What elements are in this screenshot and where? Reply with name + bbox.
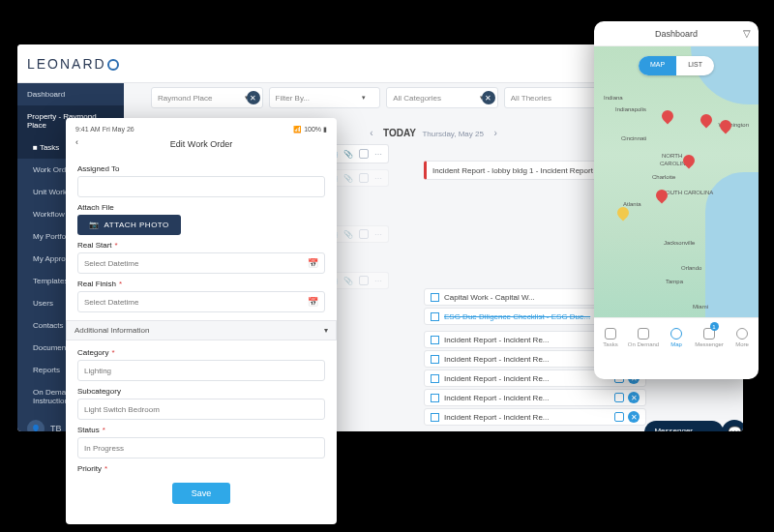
more-icon[interactable]: ⋯ bbox=[374, 150, 382, 159]
tab-more[interactable]: More bbox=[726, 318, 759, 356]
map-view[interactable]: MAP LIST Indiana Indianapolis Washington… bbox=[594, 46, 759, 317]
real-finish-input[interactable]: Select Datetime📅 bbox=[77, 291, 325, 312]
map-pin-icon[interactable] bbox=[662, 110, 673, 126]
status-input[interactable]: In Progress bbox=[77, 437, 325, 458]
camera-icon: 📷 bbox=[89, 221, 100, 229]
attachment-icon[interactable]: 📎 bbox=[343, 174, 353, 183]
map-label: SOUTH CAROLINA bbox=[662, 190, 713, 195]
calendar-icon[interactable]: 📅 bbox=[308, 297, 318, 307]
map-pin-icon[interactable] bbox=[700, 114, 712, 130]
filter-categories[interactable]: All Categories▾✕ bbox=[386, 87, 498, 108]
tab-tasks[interactable]: Tasks bbox=[594, 318, 627, 356]
clear-icon[interactable]: ✕ bbox=[247, 91, 260, 104]
phone-title: Dashboard bbox=[655, 29, 698, 39]
attachment-icon[interactable]: 📎 bbox=[343, 230, 353, 239]
more-icon bbox=[736, 328, 748, 340]
tasks-icon bbox=[605, 328, 616, 340]
tab-map[interactable]: Map bbox=[660, 318, 693, 356]
checkbox[interactable] bbox=[359, 229, 369, 239]
clear-icon[interactable]: ✕ bbox=[482, 91, 495, 104]
map-label: NORTH bbox=[662, 153, 682, 159]
doc-title: Incident Report - Incident Re... bbox=[444, 355, 550, 364]
open-icon[interactable] bbox=[614, 412, 624, 422]
filter-by[interactable]: Filter By...▾ bbox=[269, 87, 381, 108]
messenger-panel[interactable]: Messenger bbox=[644, 421, 724, 431]
phone-tabbar: Tasks On Demand Map Messenger1 More bbox=[594, 317, 759, 356]
toggle-map[interactable]: MAP bbox=[639, 56, 676, 75]
map-water bbox=[691, 46, 759, 104]
doc-title: Incident Report - Incident Re... bbox=[444, 413, 550, 422]
map-list-toggle[interactable]: MAP LIST bbox=[639, 56, 714, 75]
open-icon[interactable] bbox=[614, 393, 624, 402]
document-icon bbox=[431, 293, 439, 302]
filter-icon[interactable]: ▽ bbox=[743, 28, 751, 39]
label-subcategory: Subcategory bbox=[77, 387, 325, 396]
ondemand-icon bbox=[638, 328, 649, 340]
map-label: Miami bbox=[693, 304, 708, 310]
status-battery: 📶 100% ▮ bbox=[293, 126, 327, 133]
delete-icon[interactable]: ✕ bbox=[628, 411, 640, 423]
map-label: Indiana bbox=[604, 95, 623, 101]
checkbox[interactable] bbox=[359, 276, 369, 285]
doc-item[interactable]: Incident Report - Incident Re...✕ bbox=[424, 408, 646, 426]
more-icon[interactable]: ⋯ bbox=[374, 174, 382, 183]
tab-messenger[interactable]: Messenger1 bbox=[693, 318, 726, 356]
label-real-finish: Real Finish* bbox=[77, 280, 325, 288]
category-input[interactable]: Lighting bbox=[77, 360, 325, 381]
assigned-input[interactable] bbox=[77, 176, 325, 197]
delete-icon[interactable]: ✕ bbox=[628, 392, 640, 403]
document-icon bbox=[431, 374, 439, 383]
map-icon bbox=[670, 328, 682, 340]
real-start-input[interactable]: Select Datetime📅 bbox=[77, 252, 325, 274]
map-label: Jacksonville bbox=[664, 240, 695, 246]
map-pin-icon[interactable] bbox=[683, 155, 695, 170]
today-label: TODAY bbox=[383, 128, 416, 138]
map-label: Indianapolis bbox=[615, 106, 646, 112]
calendar-icon[interactable]: 📅 bbox=[308, 258, 318, 268]
additional-info-header[interactable]: Additional Information▾ bbox=[66, 320, 337, 340]
sidebar-item-dashboard[interactable]: Dashboard bbox=[17, 83, 124, 105]
checkbox[interactable] bbox=[359, 149, 369, 159]
chevron-left-icon[interactable]: ‹ bbox=[362, 128, 380, 138]
label-priority: Priority* bbox=[77, 464, 325, 473]
map-pin-icon[interactable] bbox=[720, 120, 731, 135]
tablet-edit-workorder: 9:41 AM Fri May 26 📶 100% ▮ ‹ Edit Work … bbox=[66, 118, 337, 524]
chevron-right-icon[interactable]: › bbox=[486, 128, 504, 138]
user-initials: TB bbox=[50, 424, 62, 431]
attach-photo-button[interactable]: 📷ATTACH PHOTO bbox=[77, 215, 181, 235]
doc-title: Incident Report - Incident Re... bbox=[444, 394, 550, 402]
document-icon bbox=[431, 413, 439, 422]
doc-title: Incident Report - Incident Re... bbox=[444, 336, 550, 344]
tab-ondemand[interactable]: On Demand bbox=[627, 318, 660, 356]
tablet-title: Edit Work Order bbox=[66, 139, 337, 149]
checkbox[interactable] bbox=[359, 173, 369, 183]
doc-title: Capital Work - Capital W... bbox=[444, 293, 535, 302]
chevron-down-icon: ▾ bbox=[324, 326, 328, 335]
doc-item[interactable]: Incident Report - Incident Re...✕ bbox=[424, 389, 646, 406]
more-icon[interactable]: ⋯ bbox=[374, 277, 382, 285]
document-icon bbox=[431, 394, 439, 402]
map-label: Tampa bbox=[666, 279, 683, 284]
map-pin-icon[interactable] bbox=[656, 190, 668, 205]
save-button[interactable]: Save bbox=[172, 483, 230, 504]
document-icon bbox=[431, 312, 439, 321]
avatar: 👤 bbox=[27, 420, 45, 431]
map-label: Charlotte bbox=[652, 174, 675, 180]
toggle-list[interactable]: LIST bbox=[676, 56, 714, 75]
doc-title: Incident Report - Incident Re... bbox=[444, 374, 550, 383]
task-actions: ⎘ 📎 ⋯ bbox=[333, 149, 382, 159]
more-icon[interactable]: ⋯ bbox=[374, 230, 382, 239]
document-icon bbox=[431, 355, 439, 364]
attachment-icon[interactable]: 📎 bbox=[343, 277, 353, 285]
today-date: Thursday, May 25 bbox=[422, 130, 483, 138]
label-real-start: Real Start* bbox=[77, 241, 325, 250]
badge: 1 bbox=[710, 322, 719, 331]
filter-property[interactable]: Raymond Place▾✕ bbox=[151, 87, 263, 108]
label-attach: Attach File bbox=[77, 203, 325, 212]
label-status: Status* bbox=[77, 426, 325, 434]
map-pin-icon[interactable] bbox=[617, 207, 629, 222]
logo-circle-icon bbox=[107, 59, 119, 71]
subcategory-input[interactable]: Light Switch Bedroom bbox=[77, 399, 325, 420]
attachment-icon[interactable]: 📎 bbox=[343, 150, 353, 159]
messenger-button[interactable]: 💬 bbox=[722, 420, 743, 431]
